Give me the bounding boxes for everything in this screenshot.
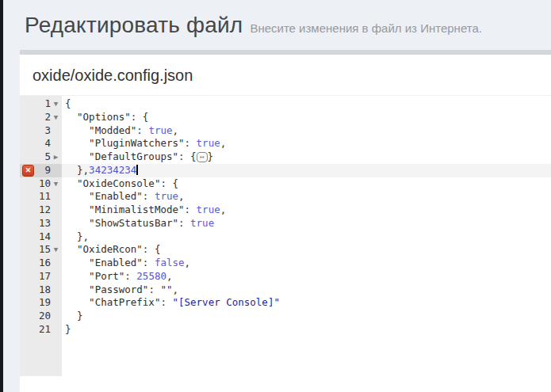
editor-line: 1▼{ <box>20 97 551 111</box>
token-bool: true <box>197 137 220 149</box>
code-line[interactable]: { <box>62 97 551 111</box>
token-punct <box>65 270 89 282</box>
code-line[interactable]: "OxideConsole": { <box>62 177 551 191</box>
line-number: 1 <box>44 97 51 109</box>
page-title: Редактировать файл <box>25 13 243 37</box>
gutter-cell[interactable]: ✕9 <box>20 164 62 177</box>
code-line[interactable]: "PluginWatchers": true, <box>62 137 551 150</box>
code-line[interactable]: "Options": { <box>62 111 551 124</box>
editor-line: 16 "Enabled": false, <box>20 257 551 270</box>
line-number: 17 <box>39 270 51 282</box>
gutter-cell[interactable]: 1▼ <box>20 97 62 111</box>
editor-line: 4 "PluginWatchers": true, <box>20 137 551 150</box>
line-number: 11 <box>39 190 51 202</box>
gutter-cell[interactable]: 10▼ <box>20 177 62 191</box>
gutter-cell[interactable]: 16 <box>20 257 62 270</box>
editor-line: 12 "MinimalistMode": true, <box>20 204 551 217</box>
code-line[interactable]: } <box>62 323 551 337</box>
code-line[interactable]: "Port": 25580, <box>62 270 551 284</box>
token-key: "Options" <box>77 111 131 123</box>
code-line[interactable]: } <box>62 310 551 323</box>
page-subtitle: Внесите изменения в файл из Интернета. <box>250 21 482 35</box>
line-number: 19 <box>39 296 51 308</box>
gutter-cell[interactable]: 3 <box>20 124 62 138</box>
gutter-cell[interactable]: 2▼ <box>20 111 62 124</box>
filename-label: oxide/oxide.config.json <box>20 55 551 95</box>
fold-open-icon[interactable]: ▼ <box>52 177 60 191</box>
code-line[interactable]: "OxideRcon": { <box>62 243 551 257</box>
code-line[interactable]: "DefaultGroups": {↔} <box>62 150 551 164</box>
token-num: 25580 <box>136 270 166 282</box>
editor-line: 18 "Password": "", <box>20 284 551 297</box>
token-punct: : <box>148 284 160 295</box>
gutter-cell[interactable]: 17 <box>20 270 62 284</box>
token-key: "ChatPrefix" <box>89 296 160 308</box>
line-number: 5 <box>44 150 51 162</box>
line-number: 12 <box>39 204 51 215</box>
token-punct <box>65 284 89 295</box>
token-punct: , <box>220 204 227 215</box>
token-punct: : { <box>143 243 161 255</box>
code-line[interactable]: },34234234 <box>62 164 551 177</box>
token-bool: false <box>155 257 185 268</box>
token-punct <box>65 257 89 268</box>
editor-line: 5▶ "DefaultGroups": {↔} <box>20 150 551 164</box>
editor-line: 3 "Modded": true, <box>20 124 551 138</box>
text-cursor <box>136 165 138 175</box>
token-punct <box>65 217 89 229</box>
code-line[interactable]: "ShowStatusBar": true <box>62 217 551 230</box>
gutter-cell[interactable]: 19 <box>20 296 62 310</box>
gutter-cell[interactable]: 20 <box>20 310 62 323</box>
gutter-cell[interactable]: 12 <box>20 204 62 217</box>
token-punct: { <box>65 97 71 109</box>
token-key: "OxideConsole" <box>77 177 160 189</box>
token-key: "MinimalistMode" <box>89 204 184 215</box>
code-line[interactable]: "Enabled": true, <box>62 190 551 204</box>
token-punct: , <box>173 284 179 295</box>
code-line[interactable]: "Modded": true, <box>62 124 551 138</box>
token-key: "Port" <box>89 270 124 282</box>
editor-line: 17 "Port": 25580, <box>20 270 551 284</box>
editor-line: 13 "ShowStatusBar": true <box>20 217 551 230</box>
token-punct: : <box>185 137 197 149</box>
line-number: 18 <box>39 284 51 295</box>
gutter-cell[interactable]: 18 <box>20 284 62 297</box>
editor-line: 19 "ChatPrefix": "[Server Console]" <box>20 296 551 310</box>
gutter-cell[interactable]: 14 <box>20 230 62 244</box>
editor-line: 2▼ "Options": { <box>20 111 551 124</box>
fold-open-icon[interactable]: ▼ <box>52 97 60 111</box>
code-editor[interactable]: 1▼{2▼ "Options": {3 "Modded": true,4 "Pl… <box>20 95 551 376</box>
token-key: "OxideRcon" <box>77 243 143 255</box>
page-header: Редактировать файлВнесите изменения в фа… <box>25 13 545 38</box>
gutter-cell[interactable]: 15▼ <box>20 243 62 257</box>
editor-line: 20 } <box>20 310 551 323</box>
fold-placeholder[interactable]: ↔ <box>197 152 208 162</box>
gutter-cell[interactable]: 5▶ <box>20 150 62 164</box>
editor-line: 11 "Enabled": true, <box>20 190 551 204</box>
fold-open-icon[interactable]: ▼ <box>52 111 60 124</box>
token-punct <box>65 124 89 136</box>
token-str: "[Server Console]" <box>172 296 279 308</box>
fold-open-icon[interactable]: ▼ <box>52 243 60 257</box>
code-line[interactable]: "ChatPrefix": "[Server Console]" <box>62 296 551 310</box>
screen-left-edge-bar <box>0 0 3 392</box>
gutter-cell[interactable]: 21 <box>20 323 62 337</box>
token-bool: true <box>190 217 214 229</box>
token-key: "ShowStatusBar" <box>89 217 178 229</box>
line-number: 21 <box>39 323 51 335</box>
code-line[interactable]: }, <box>62 230 551 244</box>
token-num: 34234234 <box>89 164 136 176</box>
code-line[interactable]: "Enabled": false, <box>62 257 551 270</box>
editor-line: ✕9 },34234234 <box>20 164 551 177</box>
token-punct: } <box>208 150 214 162</box>
token-bool: true <box>197 204 220 215</box>
token-punct: : <box>178 217 190 229</box>
gutter-cell[interactable]: 4 <box>20 137 62 150</box>
gutter-cell[interactable]: 13 <box>20 217 62 230</box>
fold-closed-icon[interactable]: ▶ <box>52 150 60 164</box>
token-key: "Enabled" <box>89 190 143 202</box>
token-key: "Enabled" <box>89 257 143 268</box>
gutter-cell[interactable]: 11 <box>20 190 62 204</box>
code-line[interactable]: "Password": "", <box>62 284 551 297</box>
code-line[interactable]: "MinimalistMode": true, <box>62 204 551 217</box>
